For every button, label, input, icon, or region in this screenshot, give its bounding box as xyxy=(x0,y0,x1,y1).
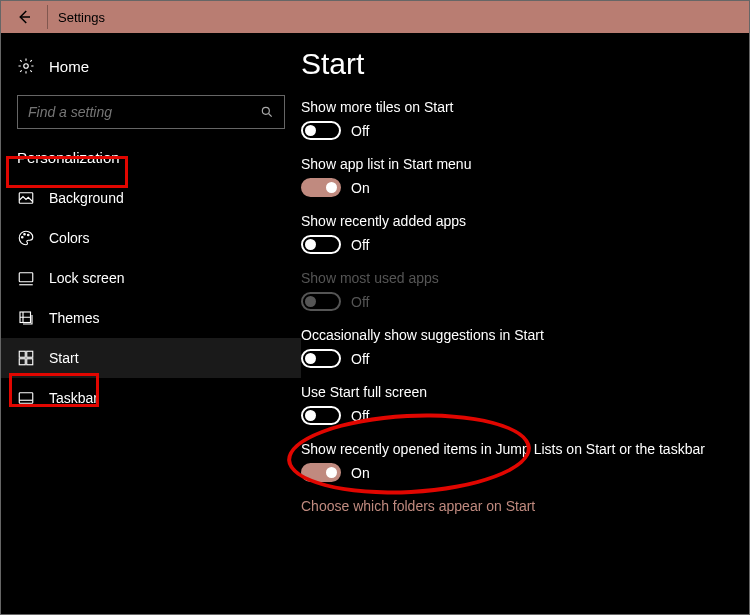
setting-show-more-tiles: Show more tiles on Start Off xyxy=(301,99,729,140)
titlebar-divider xyxy=(47,5,48,29)
sidebar-item-start[interactable]: Start xyxy=(1,338,301,378)
sidebar-item-themes[interactable]: Themes xyxy=(1,298,301,338)
sidebar-item-label: Taskbar xyxy=(49,390,98,406)
toggle-full-screen[interactable] xyxy=(301,406,341,425)
svg-point-1 xyxy=(262,107,269,114)
toggle-jump-lists[interactable] xyxy=(301,463,341,482)
svg-point-5 xyxy=(28,234,30,236)
svg-rect-12 xyxy=(19,393,33,404)
back-arrow-icon xyxy=(15,8,33,26)
search-icon xyxy=(260,105,274,119)
sidebar-item-label: Start xyxy=(49,350,79,366)
themes-icon xyxy=(17,309,35,327)
svg-rect-10 xyxy=(19,359,25,365)
page-title: Start xyxy=(301,47,729,81)
search-input[interactable] xyxy=(28,104,260,120)
sidebar-item-colors[interactable]: Colors xyxy=(1,218,301,258)
svg-rect-6 xyxy=(19,273,33,282)
toggle-state: On xyxy=(351,180,370,196)
image-icon xyxy=(17,189,35,207)
titlebar: Settings xyxy=(1,1,749,33)
sidebar-home-label: Home xyxy=(49,58,89,75)
setting-label: Show recently opened items in Jump Lists… xyxy=(301,441,729,457)
setting-suggestions: Occasionally show suggestions in Start O… xyxy=(301,327,729,368)
setting-label: Occasionally show suggestions in Start xyxy=(301,327,729,343)
toggle-show-app-list[interactable] xyxy=(301,178,341,197)
svg-point-3 xyxy=(22,237,24,239)
sidebar-home[interactable]: Home xyxy=(1,43,301,89)
svg-point-0 xyxy=(24,64,29,69)
setting-show-app-list: Show app list in Start menu On xyxy=(301,156,729,197)
setting-label: Show recently added apps xyxy=(301,213,729,229)
setting-label: Show most used apps xyxy=(301,270,729,286)
sidebar-category: Personalization xyxy=(1,143,301,172)
setting-label: Show app list in Start menu xyxy=(301,156,729,172)
sidebar-item-background[interactable]: Background xyxy=(1,178,301,218)
toggle-state: On xyxy=(351,465,370,481)
sidebar-item-label: Colors xyxy=(49,230,89,246)
toggle-state: Off xyxy=(351,123,369,139)
setting-jump-lists: Show recently opened items in Jump Lists… xyxy=(301,441,729,482)
palette-icon xyxy=(17,229,35,247)
sidebar-item-label: Background xyxy=(49,190,124,206)
toggle-state: Off xyxy=(351,351,369,367)
window-title: Settings xyxy=(54,10,105,25)
toggle-state: Off xyxy=(351,294,369,310)
setting-most-used: Show most used apps Off xyxy=(301,270,729,311)
svg-rect-8 xyxy=(19,351,25,357)
toggle-most-used xyxy=(301,292,341,311)
toggle-recently-added[interactable] xyxy=(301,235,341,254)
choose-folders-link[interactable]: Choose which folders appear on Start xyxy=(301,498,729,514)
setting-recently-added: Show recently added apps Off xyxy=(301,213,729,254)
sidebar-item-label: Themes xyxy=(49,310,100,326)
content: Start Show more tiles on Start Off Show … xyxy=(301,33,749,614)
svg-point-4 xyxy=(24,234,26,236)
search-box[interactable] xyxy=(17,95,285,129)
toggle-show-more-tiles[interactable] xyxy=(301,121,341,140)
sidebar-item-lockscreen[interactable]: Lock screen xyxy=(1,258,301,298)
lockscreen-icon xyxy=(17,269,35,287)
start-icon xyxy=(17,349,35,367)
back-button[interactable] xyxy=(7,1,41,33)
setting-full-screen: Use Start full screen Off xyxy=(301,384,729,425)
toggle-suggestions[interactable] xyxy=(301,349,341,368)
taskbar-icon xyxy=(17,389,35,407)
setting-label: Use Start full screen xyxy=(301,384,729,400)
svg-rect-11 xyxy=(27,359,33,365)
toggle-state: Off xyxy=(351,408,369,424)
sidebar-item-label: Lock screen xyxy=(49,270,124,286)
gear-icon xyxy=(17,57,35,75)
sidebar: Home Personalization Background Colors xyxy=(1,33,301,614)
svg-rect-9 xyxy=(27,351,33,357)
sidebar-item-taskbar[interactable]: Taskbar xyxy=(1,378,301,418)
toggle-state: Off xyxy=(351,237,369,253)
setting-label: Show more tiles on Start xyxy=(301,99,729,115)
